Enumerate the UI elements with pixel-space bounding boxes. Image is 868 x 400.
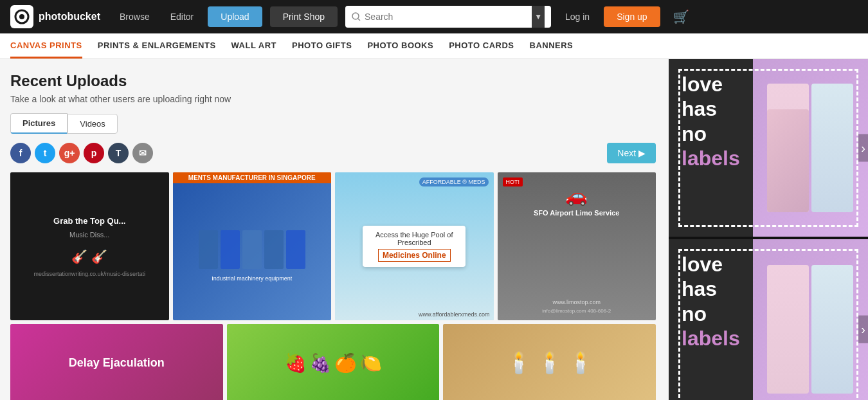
meds-image: AFFORDABLE ® MEDS Access the Huge Pool o… xyxy=(335,172,494,320)
grid-item-meds[interactable]: AFFORDABLE ® MEDS Access the Huge Pool o… xyxy=(335,172,494,320)
manufacturing-image: MENTS MANUFACTURER IN SINGAPORE Industri… xyxy=(173,172,332,320)
nav-wall-art[interactable]: WALL ART xyxy=(231,34,276,59)
grid-item-delay[interactable]: Delay Ejaculation xyxy=(10,324,223,400)
action-row: f t g+ p T ✉ Next ▶ xyxy=(10,143,656,163)
secondary-navbar: CANVAS PRINTS PRINTS & ENLARGEMENTS WALL… xyxy=(0,33,868,59)
dissertation-image: Grab the Top Qu... Music Diss... 🎸 🎸 med… xyxy=(10,172,169,320)
search-icon xyxy=(352,12,361,21)
limo-image: HOT! 🚗 SFO Airport Limo Service www.limo… xyxy=(498,172,656,320)
svg-point-2 xyxy=(19,14,24,19)
editor-button[interactable]: Editor xyxy=(164,8,201,26)
cart-icon[interactable]: 🛒 xyxy=(668,9,694,24)
tabs-row: Pictures Videos xyxy=(10,113,656,134)
grid-item-candles[interactable]: 🕯️ 🕯️ 🕯️ xyxy=(443,324,656,400)
photobucket-logo-icon xyxy=(10,5,33,28)
pinterest-share-button[interactable]: p xyxy=(84,143,104,163)
sidebar-card-2[interactable]: love has no labels › xyxy=(669,239,868,400)
twitter-share-button[interactable]: t xyxy=(35,143,55,163)
sidebar-card-1[interactable]: love has no labels › xyxy=(669,59,868,239)
nav-photo-books[interactable]: PHOTO BOOKS xyxy=(367,34,433,59)
sidebar-text-1: love has no labels xyxy=(669,59,753,237)
email-share-button[interactable]: ✉ xyxy=(132,143,153,163)
browse-button[interactable]: Browse xyxy=(113,8,156,26)
svg-point-3 xyxy=(352,13,359,19)
candles-image: 🕯️ 🕯️ 🕯️ xyxy=(443,324,656,400)
tab-videos[interactable]: Videos xyxy=(68,114,118,134)
signup-button[interactable]: Sign up xyxy=(604,6,660,27)
chevron-right-icon-2[interactable]: › xyxy=(858,316,868,343)
nav-photo-cards[interactable]: PHOTO CARDS xyxy=(449,34,514,59)
fruits-image: 🍓 🍇 🍊 🍋 xyxy=(227,324,440,400)
page-title: Recent Uploads xyxy=(10,72,656,90)
content-area: Recent Uploads Take a look at what other… xyxy=(0,59,669,400)
nav-prints-enlargements[interactable]: PRINTS & ENLARGEMENTS xyxy=(98,34,216,59)
next-button[interactable]: Next ▶ xyxy=(607,143,656,163)
logo-text: photobucket xyxy=(39,11,100,23)
page-subtitle: Take a look at what other users are uplo… xyxy=(10,94,656,104)
nav-canvas-prints[interactable]: CANVAS PRINTS xyxy=(10,34,82,59)
nav-photo-gifts[interactable]: PHOTO GIFTS xyxy=(292,34,352,59)
tab-pictures[interactable]: Pictures xyxy=(10,113,68,134)
social-icons: f t g+ p T ✉ xyxy=(10,143,153,163)
grid-item-manufacturing[interactable]: MENTS MANUFACTURER IN SINGAPORE Industri… xyxy=(173,172,332,320)
facebook-share-button[interactable]: f xyxy=(10,143,31,163)
grid-item-fruits[interactable]: 🍓 🍇 🍊 🍋 xyxy=(227,324,440,400)
grid-item-dissertation[interactable]: Grab the Top Qu... Music Diss... 🎸 🎸 med… xyxy=(10,172,169,320)
top-navbar: photobucket Browse Editor Upload Print S… xyxy=(0,0,868,33)
grid-row-1: Grab the Top Qu... Music Diss... 🎸 🎸 med… xyxy=(10,172,656,320)
chevron-right-icon-1[interactable]: › xyxy=(858,134,868,162)
nav-banners[interactable]: BANNERS xyxy=(530,34,574,59)
grid-row-2: Delay Ejaculation 🍓 🍇 🍊 🍋 🕯️ xyxy=(10,324,656,400)
svg-line-4 xyxy=(358,19,360,21)
search-dropdown-button[interactable]: ▼ xyxy=(532,6,545,28)
login-button[interactable]: Log in xyxy=(559,8,596,26)
search-input[interactable] xyxy=(365,12,532,22)
googleplus-share-button[interactable]: g+ xyxy=(59,143,80,163)
main-area: Recent Uploads Take a look at what other… xyxy=(0,59,868,400)
tumblr-share-button[interactable]: T xyxy=(108,143,129,163)
search-area: ▼ xyxy=(345,6,551,28)
upload-button[interactable]: Upload xyxy=(208,6,262,27)
sidebar: love has no labels › xyxy=(669,59,868,400)
sidebar-text-2: love has no labels xyxy=(669,239,753,400)
printshop-button[interactable]: Print Shop xyxy=(270,6,338,27)
logo-area[interactable]: photobucket xyxy=(10,5,100,28)
grid-item-limo[interactable]: HOT! 🚗 SFO Airport Limo Service www.limo… xyxy=(498,172,656,320)
delay-image: Delay Ejaculation xyxy=(10,324,223,400)
